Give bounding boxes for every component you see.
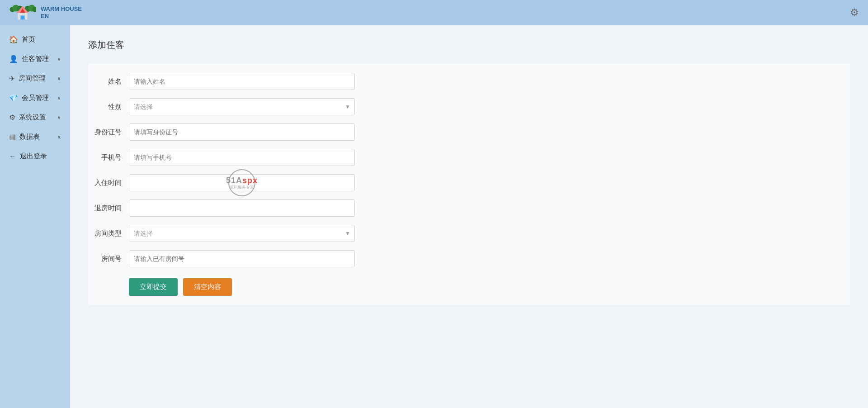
home-icon: 🏠 bbox=[9, 35, 18, 44]
chevron-icon-member: ∧ bbox=[57, 95, 61, 101]
field-name: 姓名 bbox=[88, 73, 850, 90]
sidebar-label-room-mgmt: 房间管理 bbox=[19, 74, 46, 83]
field-checkin: 入住时间 51Aspx 源码服务专家 bbox=[88, 174, 850, 191]
label-checkin: 入住时间 bbox=[88, 179, 129, 187]
layout: 🏠 首页 👤 住客管理 ∧ ✈ 房间管理 ∧ 💎 会员管理 ∧ ⚙ 系统设置 ∧… bbox=[0, 25, 868, 408]
label-phone: 手机号 bbox=[88, 153, 129, 162]
logo-area: WARM HOUSE En bbox=[9, 1, 82, 24]
chevron-icon-guest: ∧ bbox=[57, 56, 61, 62]
field-room-no: 房间号 bbox=[88, 250, 850, 267]
field-idcard: 身份证号 bbox=[88, 123, 850, 141]
label-room-type: 房间类型 bbox=[88, 229, 129, 238]
user-icon: 👤 bbox=[9, 55, 18, 63]
sidebar-item-member-mgmt[interactable]: 💎 会员管理 ∧ bbox=[0, 88, 70, 108]
sidebar-label-data-table: 数据表 bbox=[19, 133, 40, 141]
svg-rect-8 bbox=[21, 15, 25, 19]
sidebar-item-data-table[interactable]: ▦ 数据表 ∧ bbox=[0, 127, 70, 147]
input-checkin[interactable] bbox=[129, 174, 355, 191]
logo-icon bbox=[9, 1, 36, 24]
chevron-icon-data: ∧ bbox=[57, 134, 61, 140]
header: WARM HOUSE En ⚙ bbox=[0, 0, 868, 25]
sidebar-label-member-mgmt: 会员管理 bbox=[22, 94, 49, 102]
sidebar-label-sys-settings: 系统设置 bbox=[19, 113, 46, 122]
sidebar-item-guest-mgmt[interactable]: 👤 住客管理 ∧ bbox=[0, 49, 70, 69]
label-room-no: 房间号 bbox=[88, 255, 129, 263]
sidebar-item-room-mgmt[interactable]: ✈ 房间管理 ∧ bbox=[0, 69, 70, 88]
table-icon: ▦ bbox=[9, 133, 16, 141]
checkin-wrapper: 51Aspx 源码服务专家 bbox=[129, 174, 355, 191]
settings-icon: ⚙ bbox=[9, 113, 15, 122]
label-checkout: 退房时间 bbox=[88, 204, 129, 213]
submit-button[interactable]: 立即提交 bbox=[129, 278, 178, 296]
room-icon: ✈ bbox=[9, 74, 15, 83]
sidebar-item-logout[interactable]: ← 退出登录 bbox=[0, 147, 70, 166]
sidebar-label-logout: 退出登录 bbox=[20, 152, 47, 161]
field-room-type: 房间类型 请选择 标准间 豪华间 ▼ bbox=[88, 225, 850, 242]
select-gender[interactable]: 请选择 男 女 bbox=[129, 98, 355, 115]
chevron-icon-room: ∧ bbox=[57, 76, 61, 82]
input-idcard[interactable] bbox=[129, 123, 355, 141]
sidebar-label-guest-mgmt: 住客管理 bbox=[22, 55, 49, 63]
logout-icon: ← bbox=[9, 152, 16, 161]
label-name: 姓名 bbox=[88, 77, 129, 86]
page-title: 添加住客 bbox=[88, 39, 850, 51]
input-checkout[interactable] bbox=[129, 199, 355, 217]
label-idcard: 身份证号 bbox=[88, 128, 129, 137]
sidebar: 🏠 首页 👤 住客管理 ∧ ✈ 房间管理 ∧ 💎 会员管理 ∧ ⚙ 系统设置 ∧… bbox=[0, 25, 70, 408]
input-phone[interactable] bbox=[129, 149, 355, 166]
field-checkout: 退房时间 bbox=[88, 199, 850, 217]
sidebar-label-home: 首页 bbox=[22, 35, 35, 44]
form-buttons: 立即提交 清空内容 bbox=[88, 278, 850, 296]
logo-text: WARM HOUSE En bbox=[41, 5, 82, 19]
input-name[interactable] bbox=[129, 73, 355, 90]
field-phone: 手机号 bbox=[88, 149, 850, 166]
add-guest-form: 姓名 性别 请选择 男 女 ▼ 身份证号 bbox=[88, 64, 850, 305]
label-gender: 性别 bbox=[88, 103, 129, 111]
select-wrapper-gender: 请选择 男 女 ▼ bbox=[129, 98, 355, 115]
clear-button[interactable]: 清空内容 bbox=[183, 278, 232, 296]
member-icon: 💎 bbox=[9, 94, 18, 102]
select-wrapper-room-type: 请选择 标准间 豪华间 ▼ bbox=[129, 225, 355, 242]
gear-icon[interactable]: ⚙ bbox=[850, 7, 859, 19]
sidebar-item-sys-settings[interactable]: ⚙ 系统设置 ∧ bbox=[0, 108, 70, 127]
main-content: 添加住客 姓名 性别 请选择 男 女 ▼ bbox=[70, 25, 868, 408]
chevron-icon-settings: ∧ bbox=[57, 114, 61, 121]
input-room-no[interactable] bbox=[129, 250, 355, 267]
sidebar-item-home[interactable]: 🏠 首页 bbox=[0, 30, 70, 49]
select-room-type[interactable]: 请选择 标准间 豪华间 bbox=[129, 225, 355, 242]
field-gender: 性别 请选择 男 女 ▼ bbox=[88, 98, 850, 115]
